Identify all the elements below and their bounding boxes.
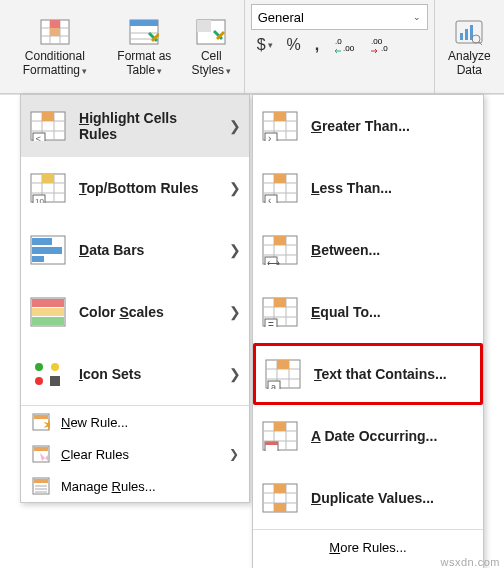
between-icon: ⟷ bbox=[261, 231, 299, 269]
svg-rect-44 bbox=[32, 299, 64, 307]
svg-text:.0: .0 bbox=[381, 44, 388, 53]
svg-rect-41 bbox=[32, 247, 62, 254]
number-format-row: $ ▾ % , .0.00 .00.0 bbox=[251, 34, 428, 56]
conditional-formatting-menu: ≤ HHighlight Cells Rulesighlight Cells R… bbox=[20, 94, 250, 503]
submenu-item-text-contains[interactable]: a Text that Contains... bbox=[253, 343, 483, 405]
cell-styles-icon bbox=[195, 16, 227, 48]
increase-decimal-button[interactable]: .0.00 bbox=[329, 34, 359, 56]
menu-item-new-rule[interactable]: ✶ New Rule... bbox=[21, 406, 249, 438]
submenu-label: Equal To... bbox=[311, 304, 475, 320]
chevron-down-icon: ⌄ bbox=[413, 12, 421, 22]
menu-label: Top/Bottom Rules bbox=[79, 180, 217, 196]
svg-text:a: a bbox=[271, 382, 276, 389]
chevron-right-icon: ❯ bbox=[229, 447, 239, 461]
chevron-right-icon: ❯ bbox=[229, 366, 241, 382]
svg-rect-36 bbox=[42, 174, 54, 183]
analyze-data-label: Analyze Data bbox=[445, 50, 494, 78]
ribbon: Conditional Formatting▾ Format as Table▾… bbox=[0, 0, 504, 94]
svg-rect-42 bbox=[32, 256, 44, 262]
chevron-right-icon: ❯ bbox=[229, 242, 241, 258]
menu-item-color-scales[interactable]: Color Scales ❯ bbox=[21, 281, 249, 343]
submenu-item-duplicate-values[interactable]: Duplicate Values... bbox=[253, 467, 483, 529]
svg-point-48 bbox=[51, 363, 59, 371]
top-bottom-icon: 10 bbox=[29, 169, 67, 207]
chevron-right-icon: ❯ bbox=[229, 180, 241, 196]
format-as-table-label: Format as Table bbox=[117, 49, 171, 77]
percent-format-button[interactable]: % bbox=[283, 34, 305, 56]
chevron-down-icon: ▾ bbox=[82, 66, 87, 76]
svg-rect-28 bbox=[42, 112, 54, 121]
submenu-item-greater-than[interactable]: › Greater Than... bbox=[253, 95, 483, 157]
menu-item-data-bars[interactable]: Data Bars ❯ bbox=[21, 219, 249, 281]
svg-rect-8 bbox=[130, 20, 158, 26]
data-bars-icon bbox=[29, 231, 67, 269]
svg-rect-40 bbox=[32, 238, 52, 245]
greater-than-icon: › bbox=[261, 107, 299, 145]
svg-text:⟷: ⟷ bbox=[267, 258, 280, 265]
cell-styles-label: Cell Styles bbox=[191, 49, 224, 77]
date-occurring-icon bbox=[261, 417, 299, 455]
number-format-select[interactable]: General ⌄ bbox=[251, 4, 428, 30]
svg-rect-5 bbox=[50, 20, 60, 28]
analyze-data-button[interactable]: Analyze Data bbox=[439, 2, 500, 91]
svg-rect-66 bbox=[274, 112, 286, 121]
watermark: wsxdn.com bbox=[440, 556, 500, 568]
svg-rect-57 bbox=[34, 479, 48, 483]
submenu-item-between[interactable]: ⟷ Between... bbox=[253, 219, 483, 281]
svg-rect-106 bbox=[274, 422, 286, 431]
manage-rules-icon bbox=[31, 476, 51, 496]
menu-label: Data Bars bbox=[79, 242, 217, 258]
svg-rect-115 bbox=[274, 503, 286, 512]
conditional-formatting-button[interactable]: Conditional Formatting▾ bbox=[4, 2, 106, 91]
highlight-cells-submenu: › Greater Than... ‹ Less Than... ⟷ Betwe… bbox=[252, 94, 484, 568]
chevron-right-icon: ❯ bbox=[229, 304, 241, 320]
menu-label: Icon Sets bbox=[79, 366, 217, 382]
less-than-icon: ‹ bbox=[261, 169, 299, 207]
menu-label: New Rule... bbox=[61, 415, 128, 430]
analyze-data-icon bbox=[453, 16, 485, 48]
svg-rect-50 bbox=[50, 376, 60, 386]
format-as-table-icon bbox=[128, 16, 160, 48]
menu-item-top-bottom-rules[interactable]: 10 Top/Bottom Rules ❯ bbox=[21, 157, 249, 219]
submenu-label: Greater Than... bbox=[311, 118, 475, 134]
svg-point-21 bbox=[472, 35, 480, 43]
number-group: General ⌄ $ ▾ % , .0.00 .00.0 bbox=[245, 0, 435, 93]
svg-text:✶: ✶ bbox=[43, 417, 50, 431]
chevron-down-icon: ▾ bbox=[226, 66, 231, 76]
svg-rect-17 bbox=[456, 21, 482, 43]
svg-text:‹: ‹ bbox=[268, 195, 271, 203]
submenu-label: A Date Occurring... bbox=[311, 428, 475, 444]
comma-format-button[interactable]: , bbox=[311, 34, 323, 56]
highlight-cells-icon: ≤ bbox=[29, 107, 67, 145]
format-as-table-button[interactable]: Format as Table▾ bbox=[106, 2, 183, 91]
cell-styles-button[interactable]: Cell Styles▾ bbox=[183, 2, 240, 91]
accounting-format-button[interactable]: $ ▾ bbox=[253, 34, 277, 56]
submenu-item-less-than[interactable]: ‹ Less Than... bbox=[253, 157, 483, 219]
menu-label: Color Scales bbox=[79, 304, 217, 320]
conditional-formatting-label: Conditional Formatting bbox=[23, 49, 85, 77]
menu-item-highlight-cells-rules[interactable]: ≤ HHighlight Cells Rulesighlight Cells R… bbox=[21, 95, 249, 157]
svg-rect-18 bbox=[460, 33, 463, 40]
svg-point-47 bbox=[35, 363, 43, 371]
svg-rect-82 bbox=[274, 236, 286, 245]
svg-rect-46 bbox=[32, 317, 64, 325]
menu-item-manage-rules[interactable]: Manage Rules... bbox=[21, 470, 249, 502]
svg-text:=: = bbox=[268, 319, 274, 327]
svg-rect-114 bbox=[274, 484, 286, 493]
svg-text:≤: ≤ bbox=[36, 134, 41, 141]
decrease-decimal-button[interactable]: .00.0 bbox=[365, 34, 395, 56]
menu-item-icon-sets[interactable]: Icon Sets ❯ bbox=[21, 343, 249, 405]
chevron-down-icon: ▾ bbox=[157, 66, 162, 76]
svg-rect-108 bbox=[265, 442, 278, 445]
menu-label: Clear Rules bbox=[61, 447, 219, 462]
svg-text:10: 10 bbox=[35, 197, 44, 203]
submenu-label: Between... bbox=[311, 242, 475, 258]
menu-item-clear-rules[interactable]: Clear Rules ❯ bbox=[21, 438, 249, 470]
svg-rect-98 bbox=[277, 360, 289, 369]
svg-rect-19 bbox=[465, 29, 468, 40]
svg-rect-90 bbox=[274, 298, 286, 307]
svg-rect-6 bbox=[50, 28, 60, 36]
submenu-label: Less Than... bbox=[311, 180, 475, 196]
submenu-item-date-occurring[interactable]: A Date Occurring... bbox=[253, 405, 483, 467]
submenu-item-equal-to[interactable]: = Equal To... bbox=[253, 281, 483, 343]
